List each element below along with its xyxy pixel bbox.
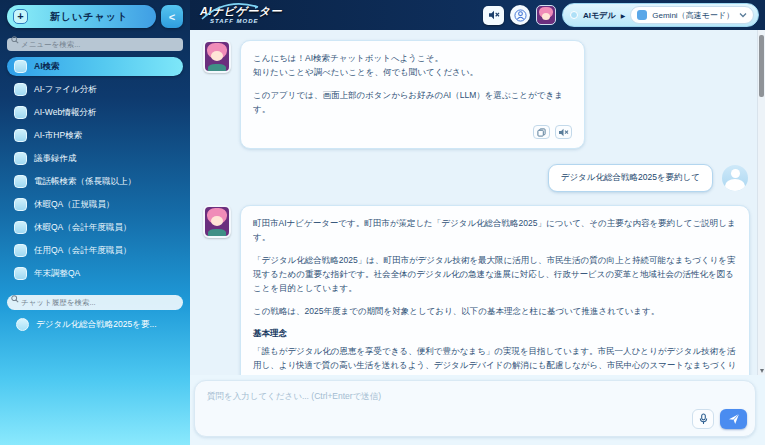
chat-scrollbar[interactable] [757, 30, 765, 375]
chat-bubble-icon [14, 175, 27, 188]
message-paragraph: この戦略は、2025年度までの期間を対象としており、以下の基本理念と柱に基づいて… [253, 304, 737, 318]
search-icon [11, 295, 19, 303]
new-chat-button[interactable]: + 新しいチャット [7, 5, 156, 28]
speaker-muted-icon [488, 10, 500, 20]
sidebar-item-label: 休暇QA（正規職員） [34, 199, 114, 211]
sidebar-item[interactable]: AI-市HP検索 [7, 126, 183, 145]
chat-history-list: デジタル化総合戦略2025を要... [7, 318, 183, 331]
sidebar-item-label: AI-市HP検索 [34, 130, 82, 142]
chat-bubble-icon [14, 267, 27, 280]
message-paragraph: このアプリでは、画面上部のボタンからお好みのAI（LLM）を選ぶことができます。 [253, 88, 572, 116]
microphone-icon [699, 413, 708, 425]
chat-bubble-icon [14, 106, 27, 119]
composer-area [190, 375, 765, 445]
chat-history-item[interactable]: デジタル化総合戦略2025を要... [7, 318, 183, 331]
model-dropdown[interactable]: Gemini（高速モード） [630, 6, 754, 24]
model-selector-group: AIモデル ▶ Gemini（高速モード） [562, 3, 759, 27]
paper-plane-icon [728, 413, 740, 425]
main-panel: AIナビゲーター STAFF MODE AIモデル ▶ Gemini（ [190, 0, 765, 445]
assistant-avatar-button[interactable] [536, 5, 556, 25]
logo-subtitle: STAFF MODE [210, 18, 282, 24]
chat-bubble-icon [14, 244, 27, 257]
sidebar-item[interactable]: 議事録作成 [7, 149, 183, 168]
chat-bubble-icon [14, 83, 27, 96]
app-window: + 新しいチャット < AI検索AI-ファイル分析AI-Web情報分析AI-市H… [0, 0, 765, 445]
arrow-right-icon: ▶ [621, 12, 626, 19]
chat-bubble-icon [14, 221, 27, 234]
chat-scroll-region: こんにちは！AI検索チャットボットへようこそ。 知りたいことや調べたいことを、何… [190, 30, 757, 375]
sidebar-collapse-button[interactable]: < [161, 5, 183, 28]
sidebar-item-label: 年末調整QA [34, 268, 80, 280]
message-input[interactable] [195, 381, 755, 436]
chat-bubble-icon [16, 318, 29, 331]
sidebar-item-label: 任用QA（会計年度職員） [34, 245, 131, 257]
mute-button[interactable] [483, 6, 504, 25]
sidebar-item-label: 休暇QA（会計年度職員） [34, 222, 131, 234]
chat-bubble-icon [14, 129, 27, 142]
user-message-bubble: デジタル化総合戦略2025を要約して [548, 164, 713, 192]
sidebar-item[interactable]: 休暇QA（正規職員） [7, 195, 183, 214]
message-paragraph: こんにちは！AI検索チャットボットへようこそ。 知りたいことや調べたいことを、何… [253, 51, 572, 79]
history-search [7, 291, 183, 310]
sidebar-menu-list: AI検索AI-ファイル分析AI-Web情報分析AI-市HP検索議事録作成電話帳検… [7, 57, 183, 283]
assistant-message-bubble: こんにちは！AI検索チャットボットへようこそ。 知りたいことや調べたいことを、何… [240, 40, 585, 149]
assistant-message-row: 町田市AIナビゲーターです。町田市が策定した「デジタル化総合戦略2025」につい… [203, 205, 751, 375]
sidebar: + 新しいチャット < AI検索AI-ファイル分析AI-Web情報分析AI-市H… [0, 0, 190, 445]
sidebar-item-label: 電話帳検索（係長職以上） [34, 176, 136, 188]
sidebar-item-label: AI-Web情報分析 [34, 107, 96, 119]
chat-bubble-icon [14, 60, 27, 73]
sidebar-item[interactable]: AI-ファイル分析 [7, 80, 183, 99]
assistant-avatar [203, 205, 231, 238]
sidebar-item[interactable]: 任用QA（会計年度職員） [7, 241, 183, 260]
message-input-box [194, 380, 756, 437]
assistant-message-bubble: 町田市AIナビゲーターです。町田市が策定した「デジタル化総合戦略2025」につい… [240, 205, 750, 375]
character-button[interactable] [510, 5, 530, 25]
plus-icon: + [13, 9, 28, 24]
sidebar-item-label: AI-ファイル分析 [34, 84, 97, 96]
app-logo: AIナビゲーター STAFF MODE [200, 6, 282, 24]
assistant-avatar [203, 40, 231, 73]
copy-button[interactable] [533, 125, 550, 139]
character-icon [514, 9, 527, 22]
message-paragraph: 「誰もがデジタル化の恩恵を享受できる、便利で豊かなまち」の実現を目指しています。… [253, 344, 737, 375]
sidebar-item[interactable]: 年末調整QA [7, 264, 183, 283]
sidebar-item[interactable]: AI-Web情報分析 [7, 103, 183, 122]
logo-title: AIナビゲーター [200, 6, 282, 17]
menu-search-input[interactable] [7, 38, 183, 51]
menu-search [7, 33, 183, 51]
chat-area: こんにちは！AI検索チャットボットへようこそ。 知りたいことや調べたいことを、何… [190, 30, 765, 375]
sidebar-item-label: AI検索 [34, 61, 60, 73]
scrollbar-thumb[interactable] [759, 35, 764, 97]
scrollbar-down-arrow[interactable] [760, 369, 764, 373]
search-icon [11, 36, 19, 44]
sidebar-item[interactable]: 電話帳検索（係長職以上） [7, 172, 183, 191]
chat-bubble-icon [14, 198, 27, 211]
user-avatar [722, 165, 748, 191]
sidebar-item[interactable]: AI検索 [7, 57, 183, 76]
message-paragraph: 町田市AIナビゲーターです。町田市が策定した「デジタル化総合戦略2025」につい… [253, 216, 737, 244]
sidebar-item[interactable]: 休暇QA（会計年度職員） [7, 218, 183, 237]
new-chat-label: 新しいチャット [28, 10, 150, 24]
speaker-muted-icon [558, 128, 569, 137]
send-button[interactable] [720, 409, 747, 429]
history-item-label: デジタル化総合戦略2025を要... [36, 319, 157, 331]
message-heading: 基本理念 [253, 327, 737, 341]
chat-bubble-icon [14, 152, 27, 165]
assistant-message-row: こんにちは！AI検索チャットボットへようこそ。 知りたいことや調べたいことを、何… [203, 40, 751, 149]
chevron-down-icon [739, 12, 747, 18]
sidebar-item-label: 議事録作成 [34, 153, 77, 165]
model-value: Gemini（高速モード） [652, 10, 734, 21]
user-message-row: デジタル化総合戦略2025を要約して [203, 164, 748, 192]
mute-speech-button[interactable] [555, 125, 572, 139]
model-dot-icon [570, 11, 578, 19]
header-bar: AIナビゲーター STAFF MODE AIモデル ▶ Gemini（ [190, 0, 765, 30]
model-label: AIモデル [583, 10, 616, 21]
history-search-input[interactable] [7, 295, 183, 310]
copy-icon [537, 128, 546, 137]
message-paragraph: 「デジタル化総合戦略2025」は、町田市がデジタル技術を最大限に活用し、市民生活… [253, 253, 737, 295]
model-chip-icon [637, 10, 647, 20]
microphone-button[interactable] [692, 409, 714, 429]
